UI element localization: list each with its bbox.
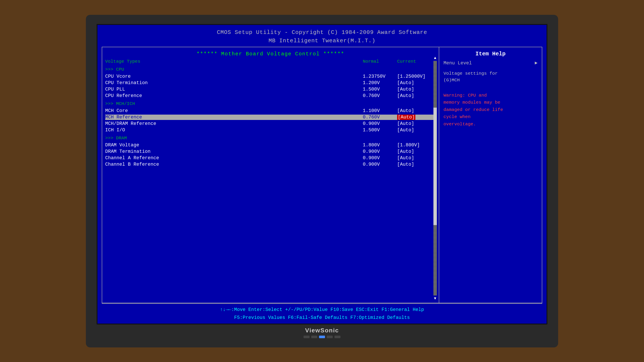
setting-name: CPU PLL — [105, 87, 363, 92]
setting-current-value[interactable]: [1.800V] — [397, 142, 436, 148]
monitor-btn-1[interactable] — [304, 336, 310, 338]
monitor: CMOS Setup Utility - Copyright (C) 1984-… — [86, 15, 558, 348]
setting-name: MCH/DRAM Reference — [105, 121, 363, 126]
cpu-section-label: >>> CPU — [105, 67, 436, 72]
monitor-btn-5[interactable] — [334, 336, 340, 338]
dram-section-label: >>> DRAM — [105, 136, 436, 141]
setting-current-value[interactable]: [Auto] — [397, 149, 436, 154]
dram-settings-list: DRAM Voltage1.800V[1.800V]DRAM Terminati… — [105, 141, 436, 168]
setting-name: ICH I/O — [105, 127, 363, 133]
mch-settings-list: MCH Core1.100V[Auto]MCH Reference0.760V[… — [105, 107, 436, 134]
scrollbar[interactable]: ▲ ▼ — [433, 56, 438, 301]
setting-current-value[interactable]: [Auto] — [397, 127, 436, 133]
right-panel: Item Help Menu Level ► Voltage settings … — [439, 47, 542, 303]
setting-normal-value: 1.800V — [363, 142, 397, 148]
scroll-thumb — [434, 108, 437, 225]
setting-current-value[interactable]: [1.25000V] — [397, 74, 436, 79]
setting-name: Channel A Reference — [105, 155, 363, 161]
monitor-btn-4[interactable] — [327, 336, 333, 338]
footer: ↑↓→←:Move Enter:Select +/-/PU/PD:Value F… — [102, 303, 542, 324]
setting-name: DRAM Termination — [105, 149, 363, 154]
mch-section-label: >>> MCH/ICH — [105, 101, 436, 106]
scroll-track[interactable] — [434, 61, 437, 296]
bios-header: CMOS Setup Utility - Copyright (C) 1984-… — [98, 25, 546, 47]
table-row[interactable]: Channel B Reference0.900V[Auto] — [105, 162, 436, 167]
setting-current-value[interactable]: [Auto] — [397, 155, 436, 161]
table-row[interactable]: DRAM Termination0.900V[Auto] — [105, 149, 436, 154]
setting-current-value[interactable]: [Auto] — [397, 162, 436, 167]
setting-normal-value: 0.760V — [363, 115, 397, 120]
setting-normal-value: 0.900V — [363, 155, 397, 161]
setting-name: MCH Core — [105, 108, 363, 113]
menu-level-arrow: ► — [535, 60, 538, 66]
table-row[interactable]: Channel A Reference0.900V[Auto] — [105, 155, 436, 161]
setting-normal-value: 1.500V — [363, 87, 397, 92]
table-row[interactable]: MCH/DRAM Reference0.900V[Auto] — [105, 121, 436, 126]
scroll-up-arrow[interactable]: ▲ — [434, 56, 436, 60]
setting-name: MCH Reference — [105, 115, 363, 120]
warning-text: Warning: CPU andmemory modules may bedam… — [444, 92, 538, 128]
item-help-title: Item Help — [444, 51, 538, 57]
col-header-normal: Normal — [363, 59, 397, 64]
setting-current-value[interactable]: [Auto] — [397, 80, 436, 86]
bios-screen: CMOS Setup Utility - Copyright (C) 1984-… — [96, 24, 548, 325]
monitor-btn-2[interactable] — [311, 336, 317, 338]
setting-normal-value: 0.900V — [363, 149, 397, 154]
setting-normal-value: 1.500V — [363, 127, 397, 133]
setting-normal-value: 1.200V — [363, 80, 397, 86]
setting-name: CPU Reference — [105, 93, 363, 98]
table-row[interactable]: ICH I/O1.500V[Auto] — [105, 127, 436, 133]
setting-current-value[interactable]: [Auto] — [397, 87, 436, 92]
setting-current-value[interactable]: [Auto] — [397, 115, 436, 120]
cpu-settings-list: CPU Vcore1.23750V[1.25000V]CPU Terminati… — [105, 73, 436, 100]
table-row[interactable]: CPU Vcore1.23750V[1.25000V] — [105, 74, 436, 79]
setting-normal-value: 0.900V — [363, 162, 397, 167]
setting-name: Channel B Reference — [105, 162, 363, 167]
table-row[interactable]: CPU Termination1.200V[Auto] — [105, 80, 436, 86]
footer-line1: ↑↓→←:Move Enter:Select +/-/PU/PD:Value F… — [102, 306, 542, 314]
header-line2: MB Intelligent Tweaker(M.I.T.) — [98, 37, 546, 45]
monitor-btn-3[interactable] — [319, 336, 325, 338]
help-text: Voltage settings for(G)MCH — [444, 70, 538, 84]
setting-normal-value: 0.760V — [363, 93, 397, 98]
footer-line2: F5:Previous Values F6:Fail-Safe Defaults… — [102, 314, 542, 322]
table-row[interactable]: DRAM Voltage1.800V[1.800V] — [105, 142, 436, 148]
header-line1: CMOS Setup Utility - Copyright (C) 1984-… — [98, 28, 546, 37]
setting-current-value[interactable]: [Auto] — [397, 108, 436, 113]
table-row[interactable]: CPU PLL1.500V[Auto] — [105, 87, 436, 92]
scroll-down-arrow[interactable]: ▼ — [434, 296, 436, 301]
setting-name: CPU Vcore — [105, 74, 363, 79]
main-area: ****** Mother Board Voltage Control ****… — [102, 47, 542, 303]
section-title: ****** Mother Board Voltage Control ****… — [105, 51, 436, 57]
column-headers: Voltage Types Normal Current — [105, 59, 436, 64]
menu-level-row: Menu Level ► — [444, 60, 538, 66]
monitor-brand: ViewSonic — [305, 327, 339, 334]
setting-normal-value: 0.900V — [363, 121, 397, 126]
setting-current-value[interactable]: [Auto] — [397, 93, 436, 98]
monitor-buttons — [304, 336, 340, 338]
setting-normal-value: 1.100V — [363, 108, 397, 113]
setting-name: CPU Termination — [105, 80, 363, 86]
table-row[interactable]: CPU Reference0.760V[Auto] — [105, 93, 436, 98]
menu-level-label: Menu Level — [444, 60, 535, 66]
setting-current-value[interactable]: [Auto] — [397, 121, 436, 126]
left-panel: ****** Mother Board Voltage Control ****… — [102, 47, 439, 303]
col-header-name: Voltage Types — [105, 59, 363, 64]
table-row[interactable]: MCH Reference0.760V[Auto] — [105, 115, 436, 120]
setting-name: DRAM Voltage — [105, 142, 363, 148]
col-header-current: Current — [397, 59, 436, 64]
setting-normal-value: 1.23750V — [363, 74, 397, 79]
table-row[interactable]: MCH Core1.100V[Auto] — [105, 108, 436, 113]
